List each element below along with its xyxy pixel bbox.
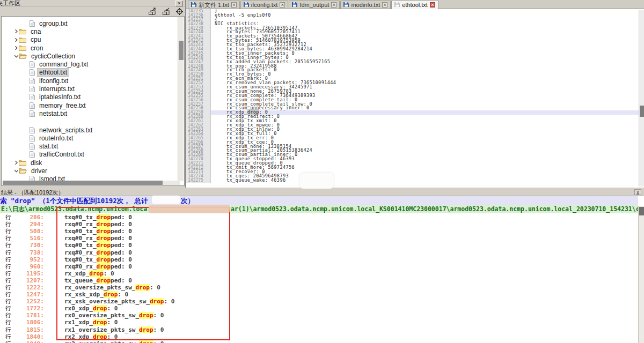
file-icon [30, 110, 35, 117]
editor-line[interactable]: 142275 tx_queue_wake: 46396 [186, 178, 639, 183]
tree-item-label: routeInfo.txt [38, 135, 75, 142]
tree-item-ifconfig-txt[interactable]: ifconfig.txt [5, 77, 177, 85]
workspace-title: 夹工作区 [0, 0, 20, 7]
chevron-right-icon[interactable] [13, 160, 19, 165]
match-highlight: drop [139, 326, 153, 333]
result-file-path-line[interactable]: E:\日志\armod0523.odata.ncmp.unicom.loca a… [0, 205, 638, 213]
editor-body[interactable]: 142235}142236ethtool -S enp1s0f0142237{1… [186, 9, 639, 187]
result-row-line-1840[interactable]: 行1840:rx2_xdp_drop: 0 [0, 333, 638, 340]
close-icon[interactable]: × [175, 1, 183, 6]
tree-item-memory-free-txt[interactable]: memory_free.txt [5, 101, 177, 109]
chevron-right-icon[interactable] [13, 46, 19, 50]
result-row-line-508[interactable]: 行508:txq#0_tx_dropped: 0 [0, 228, 638, 235]
match-highlight: drop [97, 214, 111, 221]
result-row-line-1247[interactable]: 行1247:rx_xsk_xdp_drop: 0 [0, 291, 638, 298]
tree-item-cgroup-txt[interactable]: cgroup.txt [5, 19, 177, 27]
editor-vertical-scrollbar[interactable] [639, 10, 644, 187]
match-highlight: drop [97, 249, 111, 256]
result-row-line-1195[interactable]: 行1195:rx_xdp_drop: 0 [0, 270, 638, 277]
tree-item-label: cgroup.txt [38, 20, 69, 27]
result-row-line-1781[interactable]: 行1781:rx0_oversize_pkts_sw_drop: 0 [0, 312, 638, 319]
tree-item-disk[interactable]: disk [5, 159, 177, 167]
tab-label: modinfo.txt [351, 2, 380, 8]
tree-item-label: memory_free.txt [38, 102, 87, 109]
result-row-line-960[interactable]: 行960:rxq#0_rx_dropped: 0 [0, 263, 638, 270]
result-row-line-1806[interactable]: 行1806:rx1_xdp_drop: 0 [0, 319, 638, 326]
tab-label: 新文件 1.txt [199, 1, 229, 9]
close-icon[interactable]: × [382, 2, 387, 8]
result-text: rx1_xdp_drop: 0 [64, 319, 118, 326]
tree-item-command-log-txt[interactable]: command_log.txt [5, 60, 177, 68]
close-icon[interactable]: × [280, 2, 285, 8]
result-row-line-1207[interactable]: 行1207:tx_queue_dropped: 0 [0, 277, 638, 284]
file-icon [30, 94, 35, 100]
match-highlight: drop [93, 305, 107, 312]
tree-item-trafficcontrol-txt[interactable]: trafficControl.txt [5, 151, 177, 159]
tab-modinfo-txt[interactable]: modinfo.txt× [340, 1, 391, 9]
tree-item-cna[interactable]: cna [5, 27, 177, 35]
tree-item-cpu[interactable]: cpu [5, 36, 177, 44]
tree-item-netstat-txt[interactable]: netstat.txt [5, 109, 177, 117]
tree-item-interrupts-txt[interactable]: interrupts.txt [5, 85, 177, 93]
results-vertical-scrollbar[interactable] [638, 206, 644, 343]
result-line-number: 1806: [14, 319, 44, 326]
workspace-toolbar [0, 7, 185, 16]
folder-icon [19, 28, 26, 34]
result-row-line-1849[interactable]: 行1849:rx2_oversize_pkts_sw_drop: 0 [0, 340, 638, 343]
tab-fdm-output[interactable]: fdm_output× [289, 1, 340, 9]
result-row-line-1222[interactable]: 行1222:rx_oversize_pkts_sw_drop: 0 [0, 284, 638, 291]
result-row-line-1815[interactable]: 行1815:rx1_oversize_pkts_sw_drop: 0 [0, 326, 638, 333]
tree-item-driver[interactable]: driver [5, 167, 177, 175]
search-summary-text: 索 "drop" （1个文件中匹配到10192次， 总计 [0, 197, 148, 205]
folder-icon [19, 45, 26, 51]
result-row-line-1772[interactable]: 行1772:rx0_xdp_drop: 0 [0, 305, 638, 312]
result-row-line-730[interactable]: 行730:txq#0_tx_dropped: 0 [0, 242, 638, 249]
close-icon[interactable]: × [430, 2, 435, 8]
result-line-number: 516: [14, 235, 44, 242]
close-icon[interactable]: x [634, 189, 641, 195]
result-text: rx_xdp_drop: 0 [64, 270, 114, 277]
result-row-line-294[interactable]: 行294:rxq#0_rx_dropped: 0 [0, 221, 638, 228]
tree-item-label: trafficControl.txt [38, 151, 86, 158]
match-highlight: drop [139, 340, 153, 343]
chevron-down-icon[interactable] [13, 169, 19, 173]
tree-horizontal-scrollbar[interactable] [3, 181, 180, 185]
result-text: txq#0_tx_dropped: 0 [64, 242, 132, 249]
tab-label: ethtool.txt [402, 2, 428, 8]
tree-item-stat-txt[interactable]: stat.txt [5, 142, 177, 150]
tree-vertical-scrollbar[interactable] [178, 17, 184, 181]
tree-item-ethtool-txt[interactable]: ethtool.txt [5, 69, 177, 77]
close-icon[interactable]: × [231, 2, 237, 8]
editor-line[interactable]: 142236ethtool -S enp1s0f0 [186, 13, 639, 18]
close-icon[interactable]: × [331, 2, 336, 8]
tree-item-routeinfo-txt[interactable]: routeInfo.txt [5, 134, 177, 142]
floppy-icon [244, 2, 249, 8]
scrollbar-thumb[interactable] [639, 207, 644, 215]
tree-item-label: driver [30, 167, 49, 175]
result-line-number: 294: [14, 221, 44, 228]
tab-ethtool-txt[interactable]: ethtool.txt× [391, 0, 438, 9]
tree-item-cron[interactable]: cron [5, 44, 177, 52]
result-row-label: 行 [5, 340, 14, 343]
result-line-number: 286: [14, 214, 44, 221]
chevron-right-icon[interactable] [13, 38, 19, 42]
tree-item-network-scripts-txt[interactable]: network_scripts.txt [5, 126, 177, 134]
chevron-right-icon[interactable] [13, 29, 19, 34]
result-row-line-286[interactable]: 行286:txq#0_tx_dropped: 0 [0, 214, 638, 221]
result-row-line-1252[interactable]: 行1252:rx_xsk_oversize_pkts_sw_drop: 0 [0, 298, 638, 305]
tab-ifconfig-txt[interactable]: ifconfig.txt× [240, 1, 289, 9]
code-text: { [211, 18, 639, 22]
tree-item-iptablesinfo-txt[interactable]: iptablesInfo.txt [5, 93, 177, 101]
scrollbar-thumb[interactable] [179, 41, 184, 60]
tree-item-cycliccollection[interactable]: cyclicCollection [5, 52, 177, 60]
result-line-number: 952: [14, 256, 44, 263]
chevron-down-icon[interactable] [13, 54, 19, 58]
result-row-line-952[interactable]: 行952:txq#0_tx_dropped: 0 [0, 256, 638, 263]
tab--1-txt[interactable]: 新文件 1.txt× [188, 1, 240, 9]
result-row-line-738[interactable]: 行738:rxq#0_rx_dropped: 0 [0, 249, 638, 256]
scrollbar-thumb[interactable] [3, 181, 163, 185]
code-text: rx_xdp_tx_err: 0 [211, 136, 639, 140]
scrollbar-thumb[interactable] [640, 106, 644, 117]
result-row-line-516[interactable]: 行516:rxq#0_rx_dropped: 0 [0, 235, 638, 242]
result-line-number: 1247: [14, 291, 44, 298]
